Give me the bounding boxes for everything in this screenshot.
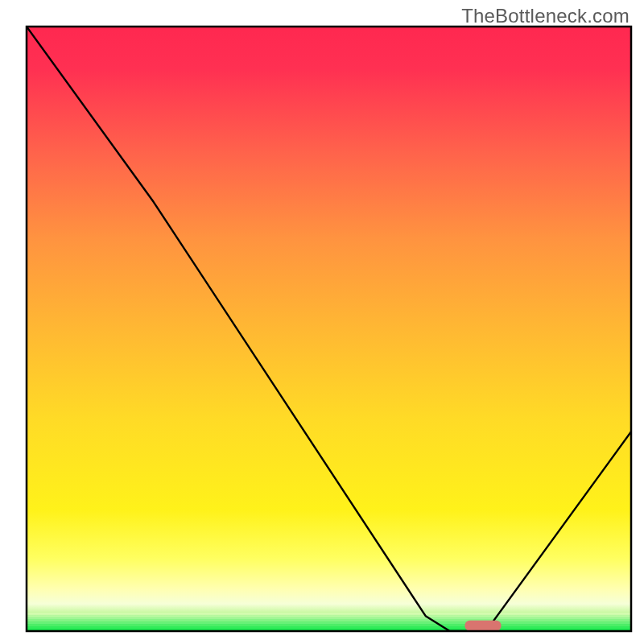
- svg-rect-1: [27, 613, 631, 614]
- watermark-text: TheBottleneck.com: [461, 5, 630, 27]
- svg-rect-7: [27, 626, 631, 628]
- svg-rect-3: [27, 617, 631, 619]
- optimal-marker: [464, 621, 501, 631]
- svg-rect-5: [27, 622, 631, 624]
- svg-rect-6: [27, 625, 631, 626]
- chart-svg: [0, 0, 644, 644]
- svg-rect-2: [27, 615, 631, 617]
- svg-rect-4: [27, 620, 631, 621]
- gradient-background: [27, 27, 631, 631]
- chart-container: TheBottleneck.com: [0, 0, 644, 644]
